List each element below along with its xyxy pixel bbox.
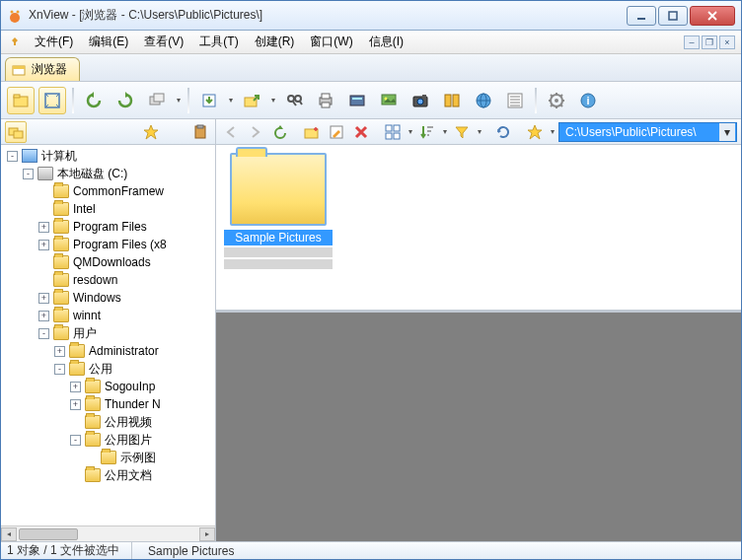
open-button[interactable] [7,87,35,114]
menu-file[interactable]: 文件(F) [27,31,81,53]
maximize-button[interactable] [658,6,688,26]
export-dropdown[interactable]: ▾ [269,96,276,105]
folder-icon [85,380,101,393]
sort-button[interactable] [416,121,438,143]
scroll-right-button[interactable]: ▸ [199,527,215,541]
menu-edit[interactable]: 编辑(E) [81,31,136,53]
expand-icon[interactable]: + [38,293,49,304]
folder-tree[interactable]: -计算机-本地磁盘 (C:)CommonFramewIntel+Program … [1,145,215,525]
path-input[interactable]: C:\Users\Public\Pictures\ ▾ [558,122,737,142]
print-button[interactable] [312,87,339,114]
mdi-restore-button[interactable]: ❐ [702,35,717,49]
menu-info[interactable]: 信息(I) [361,31,411,53]
tree-hscrollbar[interactable]: ◂ ▸ [1,525,215,541]
tree-row[interactable]: +Windows [1,289,215,307]
batch-button[interactable] [143,87,171,114]
minimize-button[interactable] [627,6,656,26]
tree-row[interactable]: 示例图 [1,449,215,466]
thumbnail-area[interactable]: Sample Pictures [216,145,741,313]
menu-window[interactable]: 窗口(W) [302,31,360,53]
mdi-minimize-button[interactable]: – [684,35,700,49]
tree-row[interactable]: +Program Files [1,218,215,236]
scroll-left-button[interactable]: ◂ [1,527,17,541]
list-button[interactable] [501,87,529,114]
collapse-icon[interactable]: - [38,328,49,339]
expand-icon[interactable]: + [70,382,81,392]
clipboard-button[interactable] [189,121,211,143]
filter-dropdown[interactable]: ▾ [476,127,482,136]
tree-row[interactable]: 公用视频 [1,413,215,431]
tree-row[interactable]: +Administrator [1,342,215,360]
path-dropdown-button[interactable]: ▾ [719,123,735,141]
tree-row[interactable]: CommonFramew [1,182,215,200]
tree-row[interactable]: +Program Files (x8 [1,236,215,253]
expand-icon[interactable]: + [70,399,81,410]
expand-icon[interactable]: + [38,240,49,250]
import-dropdown[interactable]: ▾ [227,96,234,105]
rename-button[interactable] [326,121,347,143]
expand-icon[interactable]: + [38,311,49,321]
rotate-left-button[interactable] [80,87,108,114]
tree-row[interactable]: -用户 [1,324,215,342]
scroll-thumb[interactable] [19,528,78,540]
web-button[interactable] [470,87,497,114]
close-button[interactable] [690,6,735,26]
tree-row[interactable]: +Thunder N [1,395,215,413]
preview-area[interactable] [216,313,741,541]
tree-row[interactable]: +SogouInp [1,378,215,395]
folder-icon [85,433,101,447]
menu-create[interactable]: 创建(R) [247,31,303,53]
export-button[interactable] [238,87,265,114]
mdi-close-button[interactable]: × [719,35,735,49]
rotate-right-button[interactable] [111,87,139,114]
favorites-add-button[interactable] [140,121,162,143]
expand-icon[interactable]: + [54,346,65,357]
tree-row[interactable]: -公用 [1,360,215,378]
menu-tools[interactable]: 工具(T) [191,31,246,53]
tree-row[interactable]: 公用文档 [1,466,215,484]
delete-button[interactable] [350,121,372,143]
tree-row[interactable]: -本地磁盘 (C:) [1,165,215,182]
slideshow-button[interactable] [375,87,403,114]
tree-row[interactable]: -公用图片 [1,431,215,449]
filter-button[interactable] [451,121,473,143]
collapse-icon[interactable]: - [54,364,65,375]
tree-folders-button[interactable] [5,121,27,143]
refresh-button[interactable] [492,121,514,143]
tree-row[interactable]: -计算机 [1,147,215,165]
tree-row[interactable]: resdown [1,271,215,289]
favorite-star-button[interactable] [524,121,546,143]
compare-button[interactable] [438,87,466,114]
pin-icon[interactable] [7,35,23,50]
tree-row[interactable]: QMDownloads [1,253,215,271]
tree-label: Program Files (x8 [73,238,167,251]
expand-icon[interactable]: + [38,222,49,233]
nav-back-button[interactable] [220,121,242,143]
settings-button[interactable] [543,87,570,114]
about-button[interactable]: i [574,87,602,114]
favorite-dropdown[interactable]: ▾ [549,127,556,136]
svg-point-15 [295,96,301,102]
collapse-icon[interactable]: - [7,151,18,162]
scan-button[interactable] [343,87,371,114]
fullscreen-button[interactable] [38,87,66,114]
search-button[interactable] [280,87,308,114]
capture-button[interactable] [407,87,434,114]
nav-forward-button[interactable] [245,121,266,143]
menu-view[interactable]: 查看(V) [136,31,191,53]
import-button[interactable] [195,87,223,114]
view-mode-button[interactable] [382,121,404,143]
batch-dropdown[interactable]: ▾ [175,96,182,105]
view-mode-dropdown[interactable]: ▾ [407,127,413,136]
tab-browser[interactable]: 浏览器 [5,57,80,81]
folder-thumbnail[interactable]: Sample Pictures [224,153,333,269]
collapse-icon[interactable]: - [23,169,34,179]
svg-rect-44 [394,133,400,139]
nav-up-button[interactable] [269,121,291,143]
new-folder-button[interactable] [301,121,323,143]
svg-rect-19 [350,96,364,105]
collapse-icon[interactable]: - [70,435,81,446]
tree-row[interactable]: Intel [1,200,215,218]
tree-row[interactable]: +winnt [1,307,215,324]
sort-dropdown[interactable]: ▾ [441,127,448,136]
